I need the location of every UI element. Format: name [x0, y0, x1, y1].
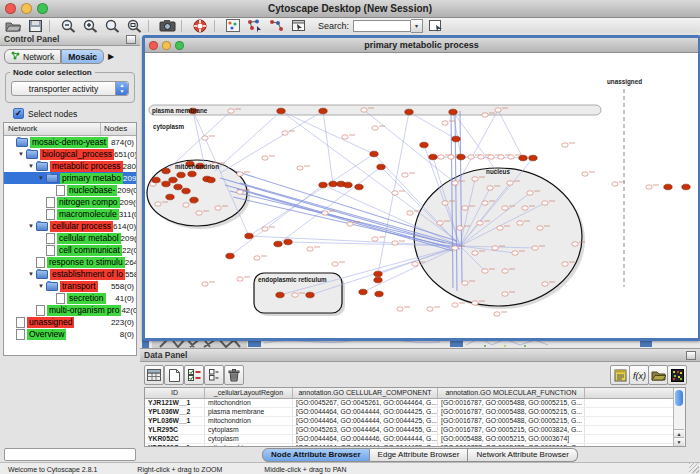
node-color-dropdown[interactable]: transporter activity ▲▼ — [11, 81, 129, 96]
tree-item-cell-communicat[interactable]: cell communicat22(0) — [4, 244, 136, 256]
node-selected[interactable] — [306, 292, 314, 298]
search-input[interactable] — [353, 20, 411, 32]
edge[interactable] — [409, 112, 456, 139]
edge[interactable] — [215, 111, 281, 171]
node[interactable] — [472, 301, 478, 305]
node[interactable] — [502, 206, 508, 210]
node[interactable] — [392, 191, 398, 195]
edge[interactable] — [220, 111, 323, 173]
table-row[interactable]: YLR295Ccytoplasm[GO:0045263, GO:0044464,… — [145, 426, 674, 435]
save-icon[interactable] — [26, 19, 44, 32]
node[interactable] — [507, 181, 513, 185]
node-selected[interactable] — [344, 182, 352, 188]
node[interactable] — [508, 155, 514, 159]
node-selected[interactable] — [377, 164, 385, 170]
network-view-titlebar[interactable]: primary metabolic process — [145, 38, 698, 53]
node[interactable] — [498, 155, 504, 159]
node[interactable] — [452, 246, 458, 250]
new-attribute-icon[interactable] — [164, 365, 184, 385]
node-selected[interactable] — [519, 155, 527, 161]
node[interactable] — [155, 202, 161, 206]
node[interactable] — [532, 246, 538, 250]
resize-grip[interactable] — [689, 463, 699, 473]
table-row[interactable]: YKR052Ccytoplasm[GO:0044464, GO:0044446,… — [145, 435, 674, 444]
node[interactable] — [282, 131, 288, 135]
node[interactable] — [237, 190, 243, 194]
table-row[interactable]: YPL036W__1mitochondrion[GO:0044464, GO:0… — [145, 417, 674, 426]
node[interactable] — [397, 307, 403, 311]
node[interactable] — [462, 281, 468, 285]
node[interactable] — [297, 166, 303, 170]
node-selected[interactable] — [277, 108, 285, 114]
tree-item-secretion[interactable]: secretion41(0) — [4, 292, 136, 304]
node[interactable] — [292, 293, 298, 297]
node[interactable] — [487, 186, 493, 190]
node[interactable] — [448, 155, 454, 159]
expand-arrow-icon[interactable]: ▼ — [28, 163, 36, 169]
node[interactable] — [537, 226, 543, 230]
tree-item-metabolic-process[interactable]: ▼metabolic process280(0) — [4, 160, 136, 172]
node-selected[interactable] — [169, 177, 177, 183]
tab-mosaic[interactable]: Mosaic — [61, 49, 104, 64]
column-header-id[interactable]: ID — [145, 388, 205, 398]
node[interactable] — [437, 221, 443, 225]
tab-network[interactable]: Network — [4, 49, 61, 64]
node[interactable] — [457, 226, 463, 230]
tree-col-nodes[interactable]: Nodes — [101, 123, 136, 135]
column-header-cellularlayoutregion[interactable]: _cellularLayoutRegion — [205, 388, 293, 398]
node[interactable] — [562, 262, 568, 266]
node[interactable] — [228, 109, 234, 113]
node[interactable] — [202, 136, 208, 140]
zoom-in-icon[interactable] — [81, 19, 99, 32]
select-nodes-checkbox[interactable]: ✓ — [13, 108, 24, 119]
node[interactable] — [478, 155, 484, 159]
tree-item-nucleobase[interactable]: nucleobase-209(0) — [4, 184, 136, 196]
node[interactable] — [502, 292, 508, 296]
float-panel-icon[interactable] — [126, 35, 136, 44]
node-selected[interactable] — [405, 109, 413, 115]
node[interactable] — [402, 173, 408, 177]
node-selected[interactable] — [152, 177, 160, 183]
edge[interactable] — [498, 110, 523, 158]
column-header-spacer[interactable] — [585, 388, 674, 398]
node[interactable] — [407, 211, 413, 215]
column-header-annotation-go-cellular-component[interactable]: annotation.GO CELLULAR_COMPONENT — [293, 388, 438, 398]
node[interactable] — [392, 241, 398, 245]
node[interactable] — [522, 206, 528, 210]
node[interactable] — [488, 155, 494, 159]
node[interactable] — [482, 113, 488, 117]
edge[interactable] — [281, 111, 460, 243]
node-selected[interactable] — [452, 136, 460, 142]
node-selected[interactable] — [457, 154, 465, 160]
node[interactable] — [462, 206, 468, 210]
node[interactable] — [612, 182, 618, 186]
node[interactable] — [427, 307, 433, 311]
tree-item-biological-process[interactable]: ▼biological_process651(0) — [4, 148, 136, 160]
node-selected[interactable] — [329, 181, 337, 187]
tree-item-macromolecule[interactable]: macromolecule311(0) — [4, 208, 136, 220]
expand-arrow-icon[interactable]: ▼ — [38, 175, 46, 181]
tab-edge-attribute-browser[interactable]: Edge Attribute Browser — [370, 448, 469, 462]
node[interactable] — [517, 221, 523, 225]
node[interactable] — [442, 121, 448, 125]
node-selected[interactable] — [226, 253, 234, 259]
tab-overflow-icon[interactable]: ▶ — [108, 52, 114, 61]
apply-layout-icon[interactable] — [268, 19, 286, 32]
node[interactable] — [372, 126, 378, 130]
node-selected[interactable] — [162, 168, 170, 174]
node[interactable] — [494, 312, 500, 316]
node[interactable] — [452, 181, 458, 185]
node[interactable] — [361, 108, 367, 112]
node-selected[interactable] — [374, 277, 382, 283]
edge[interactable] — [323, 111, 333, 184]
vizmapper-icon[interactable] — [224, 19, 242, 32]
node[interactable] — [512, 251, 518, 255]
tree-item-cellular-metabol[interactable]: cellular metabol209(0) — [4, 232, 136, 244]
node-selected[interactable] — [177, 172, 185, 178]
node-selected[interactable] — [682, 184, 690, 190]
node-selected[interactable] — [359, 289, 367, 295]
node-selected[interactable] — [664, 184, 672, 190]
node[interactable] — [196, 211, 202, 215]
node[interactable] — [572, 242, 578, 246]
create-network-icon[interactable] — [246, 19, 264, 32]
